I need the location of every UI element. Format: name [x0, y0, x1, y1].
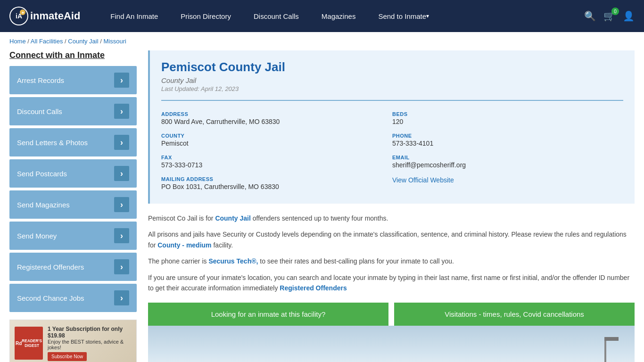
county-jail-link1[interactable]: County Jail [215, 214, 250, 222]
desc1-end: offenders sentenced up to twenty four mo… [251, 214, 388, 222]
facility-name: Pemiscot County Jail [161, 60, 623, 74]
beds-label: BEDS [392, 111, 623, 117]
arrow-icon: › [114, 166, 129, 181]
svg-text:✦: ✦ [21, 11, 25, 15]
ad-logo: RdREADER'SDIGEST [15, 327, 43, 360]
sidebar-item-second-chance-jobs[interactable]: Second Chance Jobs › [9, 284, 137, 312]
light-lamp [604, 337, 619, 341]
email-label: EMAIL [392, 155, 623, 160]
info-beds: BEDS 120 [392, 107, 623, 129]
main-nav: Find An Inmate Prison Directory Discount… [99, 0, 584, 32]
find-inmate-button[interactable]: Looking for an inmate at this facility? [148, 303, 388, 326]
description-para1: Pemiscot Co Jail is for County Jail offe… [148, 213, 635, 223]
sidebar-item-discount-calls[interactable]: Discount Calls › [9, 97, 137, 125]
phone-label: PHONE [392, 133, 623, 139]
sidebar-item-label: Arrest Records [17, 76, 64, 84]
facility-image [148, 326, 635, 362]
sidebar-item-send-money[interactable]: Send Money › [9, 222, 137, 250]
address-value: 800 Ward Ave, Carrutherville, MO 63830 [161, 118, 392, 125]
cart-badge: 0 [611, 8, 619, 15]
sidebar-item-send-postcards[interactable]: Send Postcards › [9, 159, 137, 188]
info-fax: FAX 573-333-0713 [161, 151, 392, 173]
logo[interactable]: iA ✦ inmateAid [9, 7, 80, 25]
sidebar-advertisement: RdREADER'SDIGEST 1 Year Subscription for… [9, 320, 137, 362]
breadcrumb-missouri[interactable]: Missouri [103, 38, 126, 45]
beds-value: 120 [392, 118, 623, 125]
sky-background [148, 326, 635, 362]
sidebar-item-arrest-records[interactable]: Arrest Records › [9, 66, 137, 94]
desc3-end: to see their rates and best-calling plan… [258, 257, 454, 265]
sidebar-item-label: Discount Calls [17, 107, 62, 115]
cart-icon[interactable]: 🛒 0 [603, 10, 615, 22]
ad-subscribe-button[interactable]: Subscribe Now [48, 352, 87, 361]
facility-last-updated: Last Updated: April 12, 2023 [161, 85, 623, 92]
description-para3: The phone carrier is Securus Tech®, to s… [148, 256, 635, 266]
nav-discount-calls[interactable]: Discount Calls [242, 0, 310, 32]
mailing-label: MAILING ADDRESS [161, 176, 392, 182]
sidebar-item-label: Send Money [17, 232, 57, 240]
arrow-icon: › [114, 259, 129, 274]
info-website: View Official Website [392, 173, 623, 194]
sidebar-menu: Arrest Records › Discount Calls › Send L… [9, 66, 137, 312]
ad-text: 1 Year Subscription for only $19.98 Enjo… [48, 326, 132, 361]
description-para2: All prisons and jails have Security or C… [148, 229, 635, 250]
visitations-button[interactable]: Visitations - times, rules, Covid cancel… [394, 303, 635, 326]
site-header: iA ✦ inmateAid Find An Inmate Prison Dir… [0, 0, 644, 32]
mailing-value: PO Box 1031, Caruthersville, MO 63830 [161, 183, 392, 190]
search-icon[interactable]: 🔍 [584, 10, 596, 22]
registered-offenders-link[interactable]: Registered Offenders [280, 284, 347, 292]
description-para4: If you are unsure of your inmate's locat… [148, 272, 635, 294]
arrow-icon: › [114, 104, 129, 119]
sidebar-title: Connect with an Inmate [9, 50, 137, 60]
phone-value: 573-333-4101 [392, 140, 623, 147]
county-label: COUNTY [161, 133, 392, 139]
header-icons: 🔍 🛒 0 👤 [584, 10, 635, 22]
website-value: View Official Website [392, 176, 623, 184]
sidebar: Connect with an Inmate Arrest Records › … [9, 50, 137, 362]
breadcrumb-county-jail[interactable]: County Jail [68, 38, 98, 45]
info-phone: PHONE 573-333-4101 [392, 129, 623, 151]
county-medium-link[interactable]: County - medium [157, 241, 211, 249]
facility-card: Pemiscot County Jail County Jail Last Up… [148, 50, 635, 204]
arrow-icon: › [114, 197, 129, 212]
info-address: ADDRESS 800 Ward Ave, Carrutherville, MO… [161, 107, 392, 129]
nav-send-to-inmate[interactable]: Send to Inmate [367, 0, 440, 32]
info-mailing: MAILING ADDRESS PO Box 1031, Caruthersvi… [161, 173, 392, 194]
email-value: sheriff@pemcosheriff.org [392, 161, 623, 169]
ad-body: Enjoy the BEST stories, advice & jokes! [48, 339, 124, 350]
logo-text: inmateAid [30, 10, 80, 22]
main-layout: Connect with an Inmate Arrest Records › … [0, 50, 644, 362]
breadcrumb-home[interactable]: Home [9, 38, 26, 45]
sidebar-item-registered-offenders[interactable]: Registered Offenders › [9, 253, 137, 281]
arrow-icon: › [114, 290, 129, 305]
bottom-buttons: Looking for an inmate at this facility? … [148, 303, 635, 326]
sidebar-item-label: Registered Offenders [17, 263, 84, 271]
breadcrumb-all-facilities[interactable]: All Facilities [31, 38, 63, 45]
sidebar-item-label: Second Chance Jobs [17, 294, 84, 302]
sidebar-item-send-magazines[interactable]: Send Magazines › [9, 190, 137, 219]
sidebar-item-send-letters[interactable]: Send Letters & Photos › [9, 128, 137, 156]
desc3-text: The phone carrier is [148, 257, 208, 265]
ad-content-area: RdREADER'SDIGEST 1 Year Subscription for… [10, 320, 136, 362]
sidebar-item-label: Send Magazines [17, 201, 70, 209]
nav-prison-directory[interactable]: Prison Directory [169, 0, 242, 32]
arrow-icon: › [114, 73, 129, 88]
address-label: ADDRESS [161, 111, 392, 117]
fax-label: FAX [161, 155, 392, 160]
website-link[interactable]: View Official Website [392, 176, 454, 184]
county-value: Pemiscot [161, 140, 392, 147]
nav-find-inmate[interactable]: Find An Inmate [99, 0, 169, 32]
arrow-icon: › [114, 228, 129, 243]
breadcrumb: Home / All Facilities / County Jail / Mi… [0, 32, 644, 50]
nav-magazines[interactable]: Magazines [310, 0, 367, 32]
desc2-end: facility. [212, 241, 233, 249]
facility-info-grid: ADDRESS 800 Ward Ave, Carrutherville, MO… [161, 100, 623, 194]
desc4-text: If you are unsure of your inmate's locat… [148, 274, 629, 292]
desc1-text: Pemiscot Co Jail is for [148, 214, 215, 222]
sidebar-item-label: Send Postcards [17, 170, 67, 178]
ad-headline: 1 Year Subscription for only $19.98 [48, 326, 123, 339]
securus-link[interactable]: Securus Tech®, [208, 257, 258, 265]
arrow-icon: › [114, 135, 129, 150]
user-icon[interactable]: 👤 [623, 10, 635, 22]
light-pole [604, 340, 606, 362]
